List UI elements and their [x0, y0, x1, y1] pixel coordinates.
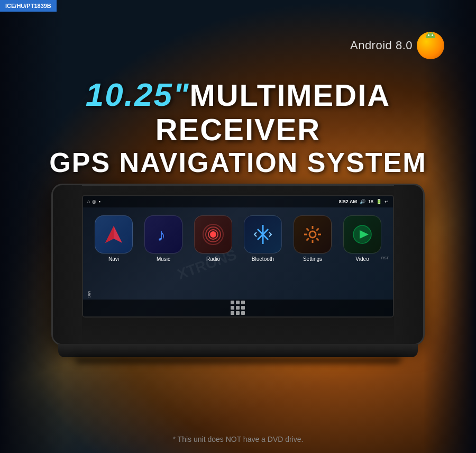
- video-label: Video: [355, 256, 369, 262]
- app-item-bluetooth[interactable]: Bluetooth: [240, 215, 286, 262]
- main-title: 10.25"MULTIMEDIA RECEIVER GPS NAVIGATION…: [0, 77, 476, 178]
- bluetooth-label: Bluetooth: [252, 256, 274, 262]
- app-item-radio[interactable]: Radio: [190, 215, 236, 262]
- title-line1: MULTIMEDIA RECEIVER: [155, 78, 390, 147]
- volume-level: 18: [368, 199, 373, 204]
- right-vignette: [423, 0, 476, 453]
- android-badge: Android 8.0: [350, 32, 444, 59]
- svg-text:♪: ♪: [157, 225, 166, 244]
- music-icon: ♪: [153, 224, 174, 245]
- device-left-panel: [53, 185, 82, 344]
- product-badge: ICE/HU/PT1839B: [0, 0, 57, 12]
- status-right-area: 8:52 AM 🔊 18 🔋 ↩: [339, 199, 389, 204]
- music-label: Music: [157, 256, 170, 262]
- app-grid: Navi ♪ Music: [83, 210, 393, 267]
- radio-waves: [203, 224, 224, 245]
- bluetooth-icon-wrap[interactable]: [244, 215, 282, 253]
- disclaimer: * This unit does NOT have a DVD drive.: [0, 435, 476, 443]
- volume-icon: 🔊: [360, 199, 365, 204]
- status-left-icons: ⌂ ◎ ▪: [87, 199, 100, 204]
- navigation-icon: [103, 224, 124, 245]
- svg-line-12: [307, 229, 309, 231]
- settings-label: Settings: [303, 256, 322, 262]
- settings-icon: [302, 224, 323, 245]
- disclaimer-text: * This unit does NOT have a DVD drive.: [173, 435, 304, 443]
- head-unit-device: XTRONS ⌂ ◎ ▪ 8:52 AM 🔊 18 🔋 ↩: [53, 185, 423, 344]
- android-oreo-icon: [417, 32, 444, 59]
- device-right-panel: [394, 185, 423, 344]
- product-code: ICE/HU/PT1839B: [5, 3, 51, 9]
- navi-label: Navi: [108, 256, 119, 262]
- video-icon: [352, 224, 373, 245]
- home-grid-icon[interactable]: [231, 301, 245, 315]
- bottom-bar: [83, 300, 393, 316]
- music-icon-wrap[interactable]: ♪: [144, 215, 182, 253]
- svg-marker-1: [105, 226, 114, 243]
- device-shadow: [74, 357, 402, 364]
- mic-label: MIC: [87, 291, 91, 298]
- video-icon-wrap[interactable]: [343, 215, 381, 253]
- battery-icon: 🔋: [376, 199, 382, 204]
- android-label: Android 8.0: [350, 39, 413, 52]
- app-item-video[interactable]: Video: [340, 215, 385, 262]
- square-status-icon: ▪: [98, 199, 100, 204]
- app-item-settings[interactable]: Settings: [290, 215, 335, 262]
- title-line2: GPS NAVIGATION SYSTEM: [0, 147, 476, 178]
- screen-bezel: XTRONS ⌂ ◎ ▪ 8:52 AM 🔊 18 🔋 ↩: [82, 195, 394, 318]
- bluetooth-icon: [253, 224, 272, 245]
- device-screen: XTRONS ⌂ ◎ ▪ 8:52 AM 🔊 18 🔋 ↩: [83, 196, 393, 316]
- rst-label: RST: [381, 256, 389, 260]
- settings-icon-wrap[interactable]: [294, 215, 332, 253]
- app-item-navi[interactable]: Navi: [91, 215, 136, 262]
- screen-size: 10.25": [86, 76, 190, 113]
- back-icon: ↩: [385, 199, 389, 204]
- status-time: 8:52 AM: [339, 199, 357, 204]
- svg-line-15: [307, 238, 309, 240]
- radio-icon-wrap[interactable]: [194, 215, 232, 253]
- device-bottom-piece: [58, 344, 418, 357]
- location-status-icon: ◎: [92, 199, 96, 204]
- svg-point-7: [309, 231, 316, 238]
- svg-line-14: [316, 229, 318, 231]
- radio-label: Radio: [206, 256, 220, 262]
- home-status-icon: ⌂: [87, 199, 90, 204]
- navi-icon-wrap[interactable]: [95, 215, 133, 253]
- app-item-music[interactable]: ♪ Music: [141, 215, 186, 262]
- status-bar: ⌂ ◎ ▪ 8:52 AM 🔊 18 🔋 ↩: [83, 196, 393, 207]
- svg-line-13: [316, 238, 318, 240]
- device-wrapper: XTRONS ⌂ ◎ ▪ 8:52 AM 🔊 18 🔋 ↩: [53, 185, 423, 364]
